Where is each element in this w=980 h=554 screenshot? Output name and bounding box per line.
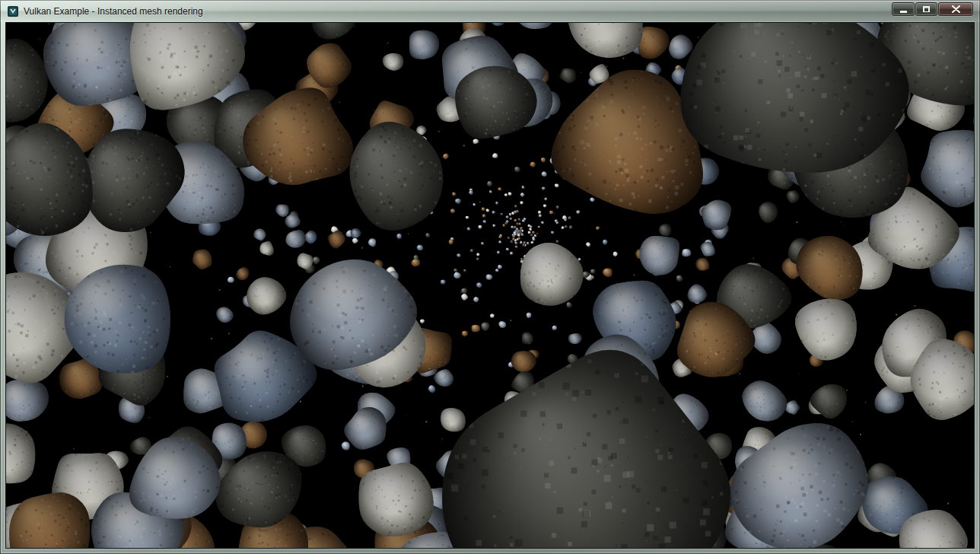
- vulkan-app-icon: [7, 5, 19, 18]
- minimize-button[interactable]: [892, 2, 915, 16]
- maximize-icon: [922, 5, 931, 13]
- close-icon: [952, 5, 960, 13]
- app-icon[interactable]: [7, 5, 19, 18]
- close-button[interactable]: [938, 2, 973, 16]
- render-viewport[interactable]: [6, 23, 974, 548]
- app-window: Vulkan Example - Instanced mesh renderin…: [0, 0, 980, 554]
- titlebar[interactable]: Vulkan Example - Instanced mesh renderin…: [0, 0, 980, 22]
- window-controls: [892, 2, 973, 16]
- maximize-button[interactable]: [915, 2, 937, 16]
- viewport-frame: [5, 22, 975, 549]
- minimize-icon: [899, 6, 908, 13]
- window-title: Vulkan Example - Instanced mesh renderin…: [24, 6, 203, 17]
